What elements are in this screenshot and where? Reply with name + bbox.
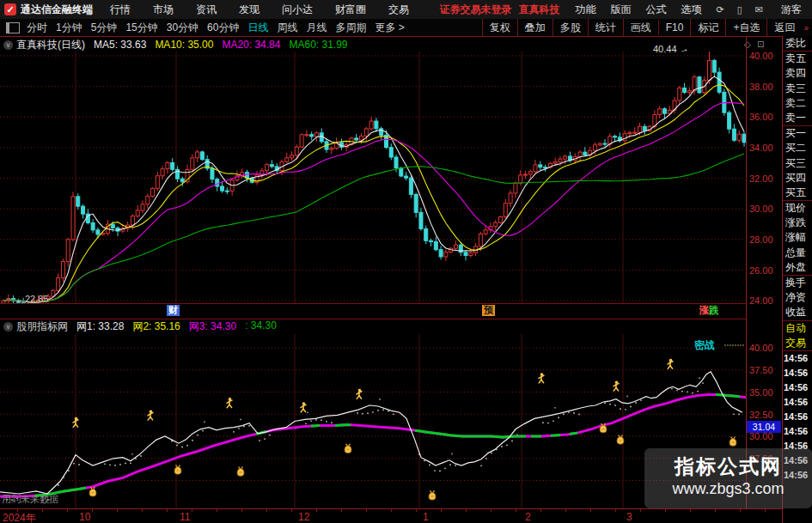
watermark: 指标公式网 www.zbgs3.com: [644, 448, 812, 508]
x-minor-tick: [640, 509, 641, 512]
menu-item-5[interactable]: 财富圈: [335, 3, 366, 17]
quote-row-净资: 净资: [783, 290, 812, 305]
period-item-6[interactable]: 日线: [247, 21, 268, 35]
down-label: 跌: [709, 305, 718, 315]
x-axis-label-6: 3: [626, 511, 632, 523]
period-item-2[interactable]: 5分钟: [91, 21, 118, 35]
moneybag-icon: [429, 490, 436, 500]
toolbar-button-5[interactable]: F10: [658, 20, 691, 35]
toolbar-button-8[interactable]: 返回: [766, 19, 802, 37]
period-item-8[interactable]: 月线: [306, 21, 327, 35]
main-chart-canvas[interactable]: [0, 52, 746, 303]
quote-row-卖四: 卖四: [783, 66, 812, 81]
main-ytick-7: 26.00: [749, 265, 780, 276]
x-minor-tick: [192, 509, 192, 512]
x-minor-tick: [92, 509, 93, 512]
x-minor-tick: [17, 509, 18, 512]
menu-item-0[interactable]: 行情: [110, 3, 131, 17]
menu-icons: ⟳▯✉: [717, 4, 777, 15]
x-minor-tick: [42, 509, 43, 512]
updown-badge[interactable]: 涨跌: [698, 305, 720, 316]
quote-row-卖一: 卖一: [783, 111, 812, 125]
moneybag-icon: [89, 487, 96, 496]
collapse-icon[interactable]: ∨: [3, 40, 13, 50]
quote-row-买四: 买四: [783, 171, 812, 185]
toolbar-button-0[interactable]: 复权: [482, 19, 517, 37]
sub-chart-title-row: ∨ 股朋指标网网1: 33.28网2: 35.16网3: 34.30: 34.3…: [0, 319, 746, 333]
guest-label[interactable]: 游客: [781, 3, 802, 17]
menu-right-item-0[interactable]: 功能: [576, 3, 596, 17]
auto-trade-row-0[interactable]: 自动: [783, 320, 812, 336]
menu-item-2[interactable]: 资讯: [196, 3, 217, 17]
period-item-1[interactable]: 1分钟: [56, 21, 82, 35]
menu-right-item-1[interactable]: 版面: [611, 3, 632, 17]
event-badge-1[interactable]: 预: [482, 305, 495, 316]
x-minor-tick: [690, 509, 691, 512]
runner-icon: [301, 402, 306, 412]
quote-row-涨幅: 涨幅: [783, 230, 812, 245]
current-stock-name: 直真科技: [519, 3, 560, 17]
period-items: 分时1分钟5分钟15分钟30分钟60分钟日线周线月线多周期更多 >: [27, 21, 413, 35]
event-badge-0[interactable]: 财: [167, 305, 180, 316]
toolbar-scroll-icon[interactable]: »: [802, 23, 812, 33]
x-axis-label-2: 11: [180, 511, 190, 523]
mobile-icon[interactable]: ▯: [737, 4, 742, 15]
main-ytick-0: 40.00: [749, 51, 780, 61]
x-axis-label-0: 2024年: [3, 511, 36, 523]
toolbar-button-3[interactable]: 统计: [588, 19, 623, 37]
sub-ytick-0: 40.00: [749, 343, 780, 353]
moneybag-icon: [730, 437, 736, 447]
period-item-7[interactable]: 周线: [277, 21, 297, 35]
main-ytick-8: 24.00: [749, 295, 780, 306]
indicator-dots: [1, 377, 740, 501]
toolbar-button-6[interactable]: 标记: [690, 19, 725, 37]
login-status[interactable]: 证券交易未登录: [440, 3, 512, 17]
arrow-icon: →: [677, 43, 689, 56]
menu-right-item-3[interactable]: 选项: [681, 3, 702, 17]
sub-chart-canvas[interactable]: [0, 334, 746, 508]
period-item-0[interactable]: 分时: [27, 21, 47, 35]
indicator-label-2: 网2: 35.16: [132, 319, 180, 334]
indicator-label-1: 网1: 33.28: [76, 319, 124, 334]
auto-trade-row-1[interactable]: 交易: [783, 336, 812, 350]
page-icon[interactable]: ⊡: [757, 40, 764, 49]
quote-row-买二: 买二: [783, 141, 812, 155]
layout-split-icon[interactable]: [6, 22, 20, 33]
toolbar-button-1[interactable]: 叠加: [517, 19, 553, 37]
menu-item-3[interactable]: 发现: [239, 3, 259, 17]
menu-right-items: 功能版面公式选项: [576, 3, 717, 17]
main-ytick-2: 36.00: [749, 112, 780, 122]
sub-ytick-1: 37.50: [749, 365, 780, 375]
toolbar-button-2[interactable]: 多股: [553, 19, 588, 37]
x-minor-tick: [516, 509, 516, 512]
tick-time-row: 14:56: [783, 366, 812, 380]
period-item-3[interactable]: 15分钟: [125, 21, 157, 35]
green-segment: [570, 433, 577, 435]
refresh-icon[interactable]: ⟳: [717, 4, 724, 15]
menu-item-4[interactable]: 问小达: [282, 3, 313, 17]
menu-right-item-2[interactable]: 公式: [646, 3, 667, 17]
period-item-4[interactable]: 30分钟: [167, 21, 198, 35]
ma-label-0: MA5: 33.63: [94, 39, 146, 51]
x-axis-label-1: 10: [79, 511, 90, 523]
period-item-9[interactable]: 多周期: [335, 21, 366, 35]
toolbar-button-4[interactable]: 画线: [623, 19, 658, 37]
quote-row-卖二: 卖二: [783, 96, 812, 111]
menu-item-1[interactable]: 市场: [153, 3, 174, 17]
x-minor-tick: [491, 509, 491, 512]
period-item-5[interactable]: 60分钟: [207, 21, 239, 35]
quote-row-涨跌: 涨跌: [783, 216, 812, 230]
app-logo-icon[interactable]: ✓: [4, 3, 16, 15]
quote-row-外盘: 外盘: [783, 260, 812, 275]
x-minor-tick: [67, 509, 68, 512]
period-item-10[interactable]: 更多 >: [375, 21, 404, 35]
green-segment: [716, 395, 740, 397]
green-segment: [335, 425, 351, 426]
mail-icon[interactable]: ✉: [755, 4, 763, 15]
toolbar-button-7[interactable]: +自选: [725, 19, 766, 37]
quote-row-卖三: 卖三: [783, 82, 812, 96]
x-minor-tick: [341, 509, 342, 512]
menu-item-6[interactable]: 交易: [388, 3, 409, 17]
collapse-icon[interactable]: ∨: [3, 322, 13, 331]
x-minor-tick: [316, 509, 317, 512]
